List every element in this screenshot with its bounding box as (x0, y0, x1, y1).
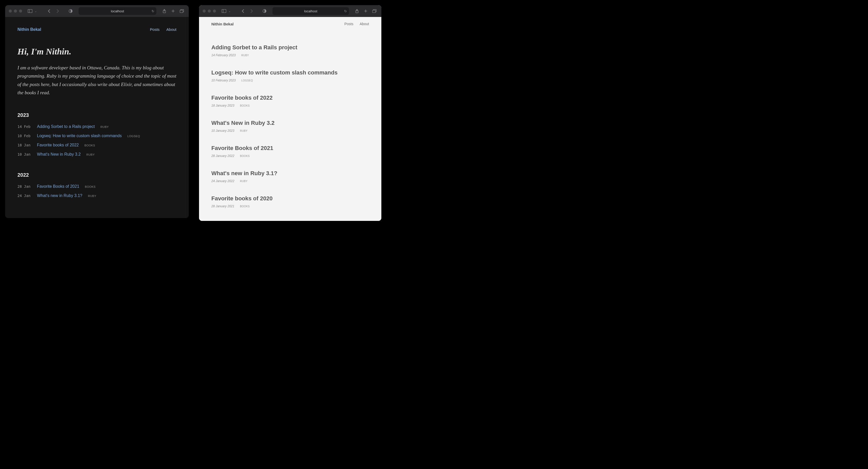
address-bar[interactable]: localhost ↻ (273, 7, 349, 15)
sidebar-dropdown-icon[interactable]: ⌄ (32, 8, 39, 14)
post-date: 18 Jan (18, 143, 32, 147)
post-link[interactable]: What's new in Ruby 3.1? (37, 193, 82, 198)
traffic-zoom[interactable] (213, 9, 216, 12)
post-row: 18 Jan Favorite books of 2022 BOOKS (18, 143, 177, 148)
post-link[interactable]: What's new in Ruby 3.1? (211, 170, 277, 177)
browser-window-light: ⌄ localhost ↻ Nithin Bekal Posts (199, 5, 381, 221)
post-date: 10 February 2023 (211, 79, 236, 82)
nav-about[interactable]: About (166, 27, 177, 32)
traffic-lights (9, 9, 22, 12)
post-date: 10 January 2023 (211, 129, 234, 132)
traffic-close[interactable] (203, 9, 206, 12)
forward-button[interactable] (55, 8, 61, 14)
nav-about[interactable]: About (360, 22, 369, 26)
post-link[interactable]: Favorite Books of 2021 (37, 184, 79, 189)
post-date: 24 Jan (18, 194, 32, 198)
forward-button[interactable] (248, 8, 255, 14)
tabs-overview-icon[interactable] (371, 8, 378, 14)
sidebar-dropdown-icon[interactable]: ⌄ (226, 8, 233, 14)
post-link[interactable]: Favorite books of 2022 (37, 143, 79, 148)
nav-links: Posts About (339, 22, 369, 26)
address-bar[interactable]: localhost ↻ (79, 7, 156, 15)
post-block: Favorite Books of 2021 28 January 2022 B… (211, 145, 369, 158)
site-nav: Nithin Bekal Posts About (211, 22, 369, 26)
post-tag[interactable]: RUBY (240, 180, 248, 183)
traffic-minimize[interactable] (208, 9, 211, 12)
nav-posts[interactable]: Posts (344, 22, 353, 26)
hero: Hi, I'm Nithin. I am a software develope… (18, 47, 177, 97)
hero-body: I am a software developer based in Ottaw… (18, 64, 177, 97)
post-date: 10 Jan (18, 152, 32, 156)
address-text: localhost (111, 9, 124, 13)
reload-icon[interactable]: ↻ (344, 9, 347, 13)
post-link[interactable]: Favorite Books of 2021 (211, 145, 273, 151)
traffic-close[interactable] (9, 9, 12, 12)
post-link[interactable]: Adding Sorbet to a Rails project (211, 44, 298, 51)
post-row: 28 Jan Favorite Books of 2021 BOOKS (18, 184, 177, 189)
back-button[interactable] (240, 8, 246, 14)
svg-rect-11 (373, 10, 376, 13)
post-tag[interactable]: BOOKS (240, 155, 250, 157)
page-content-light: Nithin Bekal Posts About Adding Sorbet t… (199, 17, 381, 221)
brand-link[interactable]: Nithin Bekal (211, 22, 234, 26)
post-link[interactable]: What's New in Ruby 3.2 (211, 120, 275, 126)
post-row: 14 Feb Adding Sorbet to a Rails project … (18, 124, 177, 129)
post-link[interactable]: Adding Sorbet to a Rails project (37, 124, 95, 129)
post-date: 28 January 2022 (211, 154, 234, 158)
post-tag[interactable]: RUBY (100, 125, 109, 128)
post-block: Favorite books of 2022 18 January 2023 B… (211, 95, 369, 107)
post-tag[interactable]: BOOKS (240, 104, 250, 107)
post-tag[interactable]: BOOKS (85, 144, 95, 147)
post-tag[interactable]: RUBY (86, 153, 95, 156)
share-icon[interactable] (161, 8, 168, 14)
post-block: Logseq: How to write custom slash comman… (211, 69, 369, 82)
new-tab-icon[interactable] (362, 8, 369, 14)
post-tag[interactable]: LOGSEQ (241, 79, 253, 82)
nav-posts[interactable]: Posts (150, 27, 160, 32)
post-block: What's New in Ruby 3.2 10 January 2023 R… (211, 120, 369, 132)
post-date: 28 January 2021 (211, 205, 234, 208)
site-nav: Nithin Bekal Posts About (18, 27, 177, 32)
browser-toolbar: ⌄ localhost ↻ (199, 5, 381, 17)
hero-heading: Hi, I'm Nithin. (18, 47, 177, 57)
post-row: 10 Jan What's New in Ruby 3.2 RUBY (18, 152, 177, 157)
post-date: 18 January 2023 (211, 104, 234, 107)
brand-link[interactable]: Nithin Bekal (18, 27, 41, 32)
traffic-minimize[interactable] (14, 9, 17, 12)
post-link[interactable]: Favorite books of 2022 (211, 95, 273, 101)
post-tag[interactable]: RUBY (88, 194, 96, 197)
post-tag[interactable]: BOOKS (240, 205, 250, 208)
post-tag[interactable]: LOGSEQ (127, 134, 140, 138)
post-tag[interactable]: BOOKS (85, 185, 96, 188)
post-tag[interactable]: RUBY (241, 54, 249, 57)
year-heading-2022: 2022 (18, 172, 177, 178)
address-text: localhost (304, 9, 317, 13)
traffic-lights (203, 9, 216, 12)
post-block: Adding Sorbet to a Rails project 14 Febr… (211, 44, 369, 57)
share-icon[interactable] (353, 8, 360, 14)
new-tab-icon[interactable] (170, 8, 177, 14)
post-link[interactable]: Favorite books of 2020 (211, 195, 273, 201)
reload-icon[interactable]: ↻ (152, 9, 154, 13)
year-heading-2023: 2023 (18, 112, 177, 118)
post-tag[interactable]: RUBY (240, 129, 248, 132)
post-link[interactable]: Logseq: How to write custom slash comman… (211, 69, 337, 76)
nav-links: Posts About (144, 27, 177, 32)
svg-rect-5 (180, 10, 183, 13)
shield-icon[interactable] (261, 8, 268, 14)
svg-rect-6 (222, 9, 226, 13)
post-link[interactable]: Logseq: How to write custom slash comman… (37, 133, 122, 138)
svg-rect-0 (28, 9, 32, 13)
post-link[interactable]: What's New in Ruby 3.2 (37, 152, 81, 157)
traffic-zoom[interactable] (19, 9, 22, 12)
browser-window-dark: ⌄ localhost ↻ Nithin Bekal Posts (5, 5, 189, 218)
tabs-overview-icon[interactable] (179, 8, 185, 14)
browser-toolbar: ⌄ localhost ↻ (5, 5, 189, 17)
back-button[interactable] (46, 8, 52, 14)
post-date: 10 Feb (18, 134, 32, 138)
shield-icon[interactable] (67, 8, 74, 14)
post-block: Favorite books of 2020 28 January 2021 B… (211, 195, 369, 208)
post-date: 14 February 2023 (211, 54, 236, 57)
post-date: 24 January 2022 (211, 179, 234, 183)
post-row: 24 Jan What's new in Ruby 3.1? RUBY (18, 193, 177, 198)
